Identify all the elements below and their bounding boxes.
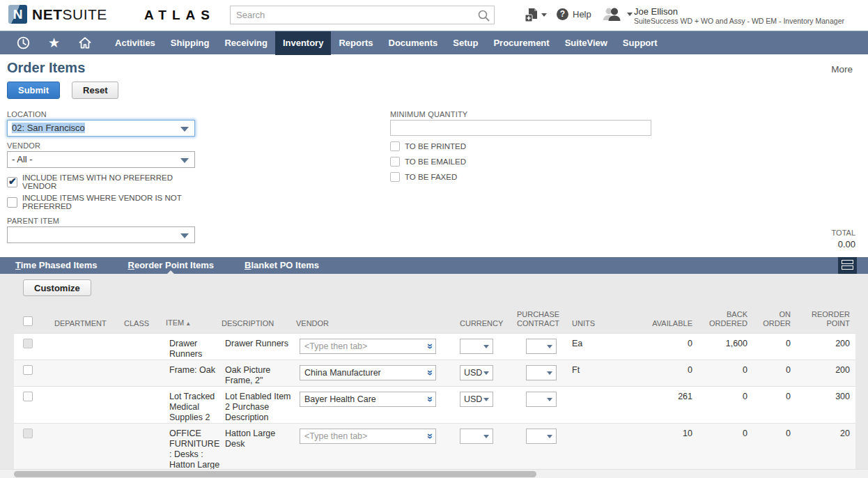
page-title: Order Items <box>7 60 85 76</box>
submit-button[interactable]: Submit <box>7 82 60 99</box>
table-header-row: DEPARTMENT CLASS ITEM▲ DESCRIPTION VENDO… <box>14 307 855 333</box>
cell-available: 261 <box>634 386 697 423</box>
purchase-contract-select[interactable] <box>526 429 557 444</box>
help-button[interactable]: ? Help <box>557 8 591 20</box>
nav-item-activities[interactable]: Activities <box>107 31 163 55</box>
combo-double-chevron-icon[interactable]: » <box>424 396 437 401</box>
user-role: SuiteSuccess WD + WO and Assy - WD EM - … <box>634 17 844 25</box>
col-on-order[interactable]: ON ORDER <box>752 307 796 333</box>
currency-select[interactable] <box>460 339 493 354</box>
col-vendor[interactable]: VENDOR <box>296 307 453 333</box>
atlas-logo: ATLAS <box>144 8 215 23</box>
cell-class <box>124 386 166 423</box>
col-currency[interactable]: CURRENCY <box>453 307 509 333</box>
col-purchase-contract[interactable]: PURCHASE CONTRACT <box>509 307 568 333</box>
horizontal-scrollbar[interactable] <box>0 469 868 478</box>
nav-item-documents[interactable]: Documents <box>381 31 446 55</box>
vendor-combo-input[interactable] <box>300 429 436 444</box>
col-reorder-point[interactable]: REORDER POINT <box>796 307 855 333</box>
cell-units: Ea <box>568 333 634 360</box>
grid-view-toggle-button[interactable] <box>838 257 857 274</box>
shortcuts-star-icon[interactable]: ★ <box>48 36 60 49</box>
user-menu[interactable] <box>600 6 633 22</box>
create-new-icon <box>525 8 538 22</box>
to-be-emailed-checkbox[interactable] <box>390 157 400 167</box>
col-class[interactable]: CLASS <box>124 307 166 333</box>
cell-item: Lot Tracked Medical Supplies 2 <box>166 386 222 423</box>
create-new-menu[interactable] <box>525 8 547 22</box>
tab-blanket-po-items[interactable]: Blanket PO Items <box>245 257 319 274</box>
combo-double-chevron-icon[interactable]: » <box>424 343 437 348</box>
combo-double-chevron-icon[interactable]: » <box>424 369 437 375</box>
row-checkbox[interactable] <box>23 392 33 401</box>
nav-item-procurement[interactable]: Procurement <box>486 31 557 55</box>
vendor-combo-input[interactable] <box>300 339 436 354</box>
include-not-preferred-checkbox[interactable] <box>7 197 17 208</box>
total-section: TOTAL 0.00 <box>832 229 855 249</box>
location-select[interactable]: 02: San Francisco <box>7 120 195 137</box>
select-all-checkbox[interactable] <box>23 316 33 326</box>
nav-item-reports[interactable]: Reports <box>331 31 380 55</box>
purchase-contract-select[interactable] <box>526 392 557 407</box>
vendor-combo-input[interactable] <box>300 392 436 407</box>
nav-item-suiteview[interactable]: SuiteView <box>557 31 615 55</box>
cell-units <box>568 386 634 423</box>
combo-double-chevron-icon[interactable]: » <box>424 433 437 438</box>
include-not-preferred-row: INCLUDE ITEMS WHERE VENDOR IS NOT PREFER… <box>7 194 195 210</box>
col-description[interactable]: DESCRIPTION <box>222 307 296 333</box>
to-be-printed-checkbox[interactable] <box>390 141 400 151</box>
nav-item-shipping[interactable]: Shipping <box>163 31 217 55</box>
cell-available: 0 <box>634 333 697 360</box>
search-icon[interactable] <box>477 9 490 22</box>
table-row: Lot Tracked Medical Supplies 2 Lot Enabl… <box>14 386 855 423</box>
cell-description: Oak Picture Frame, 2" <box>222 360 296 386</box>
nav-item-support[interactable]: Support <box>615 31 665 55</box>
tab-reorder-point-items[interactable]: Reorder Point Items <box>128 257 215 274</box>
currency-caret-icon <box>483 435 489 438</box>
cell-units: Ft <box>568 360 634 386</box>
recent-records-icon[interactable] <box>17 36 30 49</box>
cell-on-order: 0 <box>752 333 796 360</box>
netsuite-logo[interactable]: N NETSUITE <box>8 5 107 24</box>
purchase-contract-select[interactable] <box>526 365 557 380</box>
col-units[interactable]: UNITS <box>568 307 634 333</box>
nav-item-receiving[interactable]: Receiving <box>217 31 274 55</box>
currency-select[interactable]: USD <box>460 365 493 380</box>
more-link[interactable]: More <box>831 64 853 75</box>
cell-item: Frame: Oak <box>166 360 222 386</box>
nav-menu: ActivitiesShippingReceivingInventoryRepo… <box>107 31 665 55</box>
minimum-quantity-input[interactable] <box>390 120 651 136</box>
col-item[interactable]: ITEM▲ <box>166 307 222 333</box>
parent-item-select[interactable] <box>7 226 195 243</box>
reset-button[interactable]: Reset <box>72 82 118 99</box>
cell-back-ordered: 1,600 <box>697 333 752 360</box>
cell-back-ordered: 0 <box>697 360 752 386</box>
search-input[interactable] <box>231 6 494 24</box>
tab-time-phased-items[interactable]: Time Phased Items <box>15 257 98 274</box>
cell-vendor: » <box>296 360 453 386</box>
purchase-contract-select[interactable] <box>526 339 557 354</box>
currency-select[interactable] <box>460 429 493 444</box>
col-available[interactable]: AVAILABLE <box>634 307 697 333</box>
include-no-preferred-checkbox[interactable]: ✔ <box>7 177 17 187</box>
currency-select[interactable]: USD <box>460 392 493 407</box>
nav-item-inventory[interactable]: Inventory <box>275 31 332 55</box>
global-search <box>230 6 495 24</box>
currency-caret-icon <box>483 398 489 401</box>
reorder-point-items-panel: Customize DEPARTMENT CLASS ITEM▲ DESCRIP… <box>0 274 868 478</box>
col-department[interactable]: DEPARTMENT <box>47 307 124 333</box>
create-new-caret-icon <box>541 13 547 17</box>
horizontal-scrollbar-thumb[interactable] <box>14 471 536 477</box>
home-icon[interactable] <box>78 36 92 49</box>
to-be-faxed-checkbox[interactable] <box>390 172 400 182</box>
parent-item-label: PARENT ITEM <box>7 217 195 225</box>
vendor-select[interactable]: - All - <box>7 151 195 168</box>
netsuite-brand-text: NETSUITE <box>32 6 107 23</box>
cell-description: Lot Enabled Item 2 Purchase Description <box>222 386 296 423</box>
vendor-combo-input[interactable] <box>300 365 436 380</box>
cell-department <box>47 386 124 423</box>
nav-item-setup[interactable]: Setup <box>445 31 486 55</box>
customize-button[interactable]: Customize <box>23 279 91 296</box>
row-checkbox[interactable] <box>23 365 33 375</box>
col-back-ordered[interactable]: BACK ORDERED <box>697 307 752 333</box>
